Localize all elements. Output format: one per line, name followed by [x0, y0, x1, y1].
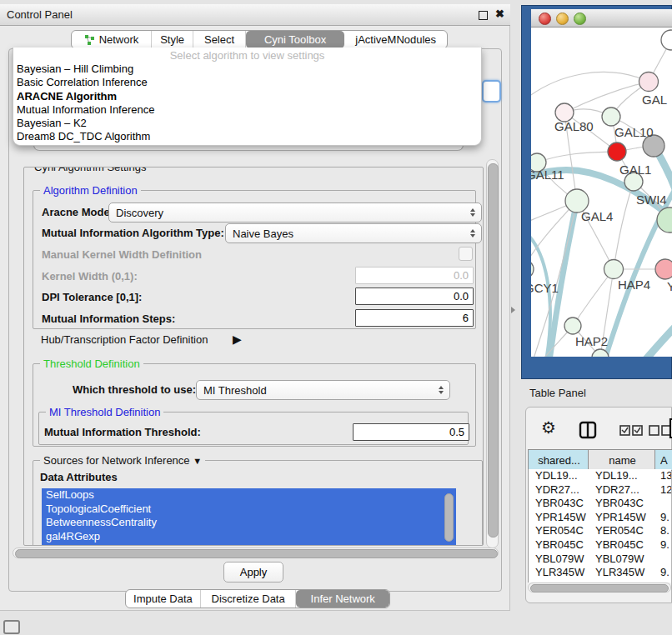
- mi-algorithm-type-combo[interactable]: Naive Bayes: [225, 223, 482, 243]
- tab-impute-data[interactable]: Impute Data: [126, 590, 201, 608]
- kernel-width-input[interactable]: [355, 267, 474, 284]
- which-threshold-combo[interactable]: MI Threshold: [196, 380, 450, 400]
- manual-kernel-checkbox[interactable]: [459, 247, 473, 261]
- dpi-tolerance-input[interactable]: [355, 288, 474, 305]
- table-row[interactable]: YBL079WYBL079W: [529, 552, 671, 567]
- attribute-item-selected[interactable]: gal4RGexp: [42, 530, 456, 544]
- mi-threshold-input[interactable]: [353, 423, 469, 441]
- mi-threshold-label: Mutual Information Threshold:: [44, 426, 201, 438]
- float-window-icon[interactable]: [479, 11, 488, 20]
- new-table-icon[interactable]: [669, 418, 672, 439]
- minimize-traffic-light-icon[interactable]: [556, 12, 569, 25]
- network-view[interactable]: GAL GAL80 GAL10 GAL1 GAL11 SWI4 GAL4 GCY…: [531, 28, 672, 357]
- show-checked-columns-icon[interactable]: [619, 425, 643, 436]
- splitter-collapse-handle[interactable]: [511, 307, 515, 313]
- table-row[interactable]: YPR145WYPR145W9.: [529, 511, 671, 525]
- mi-algorithm-type-label: Mutual Information Algorithm Type:: [42, 227, 224, 239]
- algorithm-definition-title: Algorithm Definition: [40, 184, 141, 197]
- network-tab-icon: [84, 34, 95, 46]
- node-hap2[interactable]: [564, 318, 581, 334]
- node-gcy1[interactable]: [531, 260, 534, 278]
- node-label: Y: [667, 279, 672, 293]
- data-attributes-list: SelfLoops TopologicalCoefficient Between…: [42, 488, 456, 546]
- node-gal10[interactable]: [602, 108, 620, 126]
- combo-stepper-icon: [470, 208, 475, 217]
- algorithm-option[interactable]: Bayesian – K2: [13, 117, 481, 130]
- algorithm-definition-group: Algorithm Definition Aracne Mode: Discov…: [33, 190, 476, 329]
- table-hscrollbar[interactable]: [528, 582, 671, 592]
- table-hscrollbar-thumb[interactable]: [530, 584, 669, 592]
- data-attributes-label: Data Attributes: [40, 471, 118, 483]
- tab-discretize-data[interactable]: Discretize Data: [201, 590, 297, 608]
- node-label: GAL: [642, 92, 667, 107]
- close-traffic-light-icon[interactable]: [539, 12, 551, 25]
- hub-expand-arrow-icon[interactable]: ▶: [233, 332, 242, 346]
- hub-section-label[interactable]: Hub/Transcription Factor Definition: [41, 333, 208, 346]
- tab-cyni-toolbox[interactable]: Cyni Toolbox: [246, 31, 345, 48]
- inference-combo-fragment: [482, 80, 501, 102]
- node-label: GAL10: [614, 125, 654, 139]
- node-label: GAL1: [619, 162, 651, 177]
- tab-select[interactable]: Select: [193, 31, 245, 48]
- table-row[interactable]: YBR045CYBR045C9.: [529, 538, 671, 552]
- minimized-panel-icon[interactable]: [3, 620, 20, 634]
- table-row[interactable]: YLR345WYLR345W9.: [529, 566, 671, 580]
- algorithm-option[interactable]: Bayesian – Hill Climbing: [13, 62, 481, 76]
- table-row[interactable]: YER054CYER054C8.: [529, 524, 671, 538]
- combo-stepper-icon: [470, 229, 475, 238]
- sources-title: Sources for Network Inference ▼: [40, 454, 205, 468]
- control-panel-tabbar: Network Style Select Cyni Toolbox jActiv…: [71, 30, 448, 49]
- network-window-frame[interactable]: GAL GAL80 GAL10 GAL1 GAL11 SWI4 GAL4 GCY…: [521, 5, 672, 379]
- dpi-tolerance-label: DPI Tolerance [0,1]:: [42, 291, 142, 303]
- threshold-definition-title: Threshold Definition: [40, 358, 143, 370]
- node-hap4[interactable]: [604, 260, 624, 279]
- settings-hscrollbar[interactable]: [13, 548, 499, 558]
- mi-steps-input[interactable]: [355, 309, 474, 327]
- aracne-mode-label: Aracne Mode:: [42, 206, 113, 218]
- algorithm-option[interactable]: Mutual Information Inference: [13, 103, 481, 117]
- sources-collapse-arrow-icon[interactable]: ▼: [193, 456, 202, 466]
- settings-vscrollbar[interactable]: [486, 159, 499, 548]
- aracne-mode-combo[interactable]: Discovery: [108, 202, 482, 222]
- network-window-titlebar[interactable]: [531, 9, 672, 28]
- attribute-list-scrollbar-thumb[interactable]: [444, 493, 454, 542]
- network-node-labels: GAL GAL80 GAL10 GAL1 GAL11 SWI4 GAL4 GCY…: [531, 92, 672, 348]
- algorithm-option[interactable]: Dream8 DC_TDC Algorithm: [13, 130, 481, 143]
- table-panel: ⚙ shared... name A: [525, 407, 672, 603]
- tab-network[interactable]: Network: [72, 31, 152, 48]
- control-panel-title: Control Panel: [7, 8, 73, 21]
- mi-steps-label: Mutual Information Steps:: [42, 312, 175, 325]
- settings-hscrollbar-thumb[interactable]: [15, 549, 498, 558]
- node[interactable]: [661, 30, 672, 50]
- close-icon[interactable]: ✖: [495, 8, 504, 20]
- node[interactable]: [655, 259, 672, 279]
- tab-jactivemnodules[interactable]: jActiveMNodules: [344, 31, 447, 48]
- attribute-item-selected[interactable]: SelfLoops: [42, 488, 456, 502]
- table-body: YDL19...YDL19...13 YDR27...YDR27...12 YB…: [528, 469, 671, 582]
- column-layout-icon[interactable]: [579, 421, 597, 439]
- table-row[interactable]: YBR043CYBR043C: [529, 497, 671, 511]
- control-panel-titlebar: Control Panel ✖: [0, 4, 510, 26]
- table-row[interactable]: YDL19...YDL19...13: [529, 469, 671, 483]
- column-header-shared-name[interactable]: shared...: [528, 449, 590, 471]
- table-row[interactable]: YDR27...YDR27...12: [529, 483, 671, 498]
- algorithm-option[interactable]: Basic Correlation Inference: [13, 76, 481, 89]
- column-header-clipped[interactable]: A: [654, 449, 672, 471]
- threshold-definition-group: Threshold Definition Which threshold to …: [33, 363, 476, 447]
- tab-infer-network[interactable]: Infer Network: [296, 590, 389, 608]
- attribute-item-selected[interactable]: BetweennessCentrality: [42, 516, 456, 530]
- mi-threshold-definition-title: MI Threshold Definition: [46, 406, 163, 418]
- zoom-traffic-light-icon[interactable]: [574, 12, 586, 25]
- node[interactable]: [639, 72, 659, 92]
- attribute-item-selected[interactable]: TopologicalCoefficient: [42, 502, 456, 517]
- algorithm-option-selected[interactable]: ARACNE Algorithm: [13, 90, 481, 103]
- tab-style[interactable]: Style: [152, 31, 193, 48]
- node-gal1[interactable]: [608, 142, 626, 161]
- settings-vscrollbar-thumb[interactable]: [488, 163, 499, 538]
- gear-icon[interactable]: ⚙: [541, 419, 556, 436]
- column-header-name[interactable]: name: [588, 449, 657, 471]
- attribute-item-selected[interactable]: [42, 543, 456, 546]
- node-label: GCY1: [531, 281, 559, 295]
- tab-network-label: Network: [99, 33, 139, 46]
- apply-button[interactable]: Apply: [223, 562, 283, 582]
